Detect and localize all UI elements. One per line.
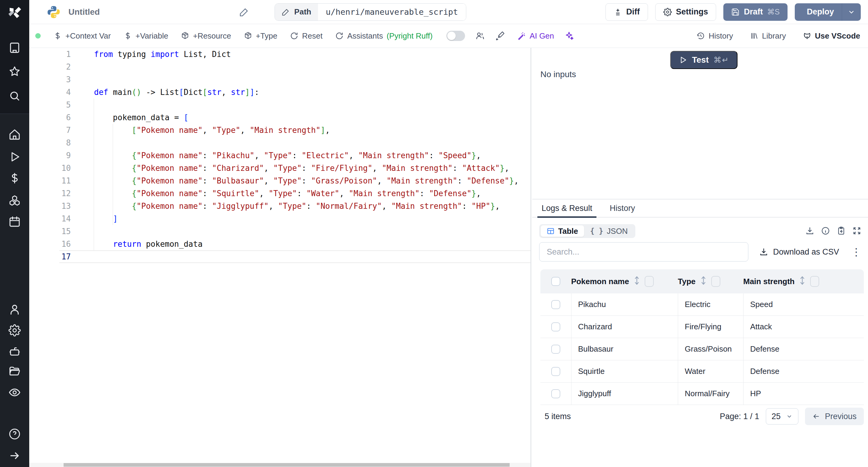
row-checkbox[interactable]: [551, 345, 560, 354]
code-line[interactable]: 8: [29, 136, 530, 149]
code-line[interactable]: 5: [29, 98, 530, 111]
table-row[interactable]: BulbasaurGrass/PoisonDefense: [540, 338, 864, 360]
code-line[interactable]: 11 {"Pokemon name": "Bulbasaur", "Type":…: [29, 175, 530, 187]
audit-eye-icon[interactable]: [8, 386, 21, 399]
assistants-button[interactable]: Assistants (Pyright Ruff): [335, 31, 433, 41]
row-checkbox[interactable]: [551, 367, 560, 376]
resources-cubes-icon[interactable]: [8, 194, 21, 207]
add-context-var-button[interactable]: +Context Var: [53, 31, 111, 41]
table-row[interactable]: PikachuElectricSpeed: [540, 293, 864, 316]
use-vscode-button[interactable]: Use VScode: [803, 31, 860, 41]
users-person-icon[interactable]: [8, 304, 21, 316]
sort-icon[interactable]: [700, 276, 707, 287]
edit-summary-pencil-icon[interactable]: [239, 7, 249, 17]
column-filter-button[interactable]: [645, 276, 654, 287]
reset-button[interactable]: Reset: [290, 31, 322, 41]
code-line[interactable]: 3: [29, 73, 530, 86]
code-line[interactable]: 1from typing import List, Dict: [29, 48, 530, 61]
draft-button[interactable]: Draft ⌘S: [723, 3, 787, 21]
copy-clipboard-icon[interactable]: [837, 226, 846, 235]
collab-toggle[interactable]: [446, 31, 465, 41]
favorites-star-icon[interactable]: [8, 65, 21, 78]
add-resource-button[interactable]: +Resource: [181, 31, 231, 41]
download-csv-button[interactable]: Download as CSV: [759, 247, 839, 257]
table-icon: [547, 227, 555, 235]
library-books-icon: [750, 32, 758, 40]
code-line[interactable]: 6 pokemon_data = [: [29, 111, 530, 124]
row-checkbox[interactable]: [551, 322, 560, 332]
page-size-select[interactable]: 25: [766, 408, 798, 425]
sparkles-icon[interactable]: [564, 31, 574, 41]
collapse-arrow-icon[interactable]: [8, 449, 21, 462]
column-filter-button[interactable]: [711, 276, 720, 287]
code-line[interactable]: 16 return pokemon_data: [29, 238, 530, 250]
column-header-pokemon-name[interactable]: Pokemon name: [571, 277, 629, 286]
multiplayer-users-icon[interactable]: [475, 31, 485, 41]
info-icon[interactable]: [821, 226, 830, 235]
expand-fullscreen-icon[interactable]: [852, 226, 861, 235]
code-line[interactable]: 10 {"Pokemon name": "Charizard", "Type":…: [29, 162, 530, 175]
line-number: 2: [29, 62, 71, 71]
code-line[interactable]: 14 ]: [29, 212, 530, 225]
code-line[interactable]: 2: [29, 61, 530, 73]
settings-gear-icon[interactable]: [8, 324, 21, 337]
column-filter-button[interactable]: [810, 276, 819, 287]
sort-icon[interactable]: [799, 276, 806, 287]
download-icon[interactable]: [805, 226, 814, 235]
windmill-logo-icon[interactable]: [7, 4, 22, 19]
row-checkbox[interactable]: [551, 389, 560, 398]
previous-page-button[interactable]: Previous: [805, 408, 864, 425]
home-icon[interactable]: [8, 128, 21, 141]
code-line[interactable]: 17: [29, 250, 530, 263]
horizontal-scrollbar[interactable]: [29, 463, 530, 467]
row-checkbox[interactable]: [551, 300, 560, 309]
help-question-icon[interactable]: [8, 428, 21, 440]
variables-dollar-icon[interactable]: [8, 172, 21, 184]
settings-button[interactable]: Settings: [655, 3, 716, 21]
search-input[interactable]: [539, 242, 748, 261]
add-variable-button[interactable]: +Variable: [124, 31, 168, 41]
workspace-icon[interactable]: [8, 41, 21, 54]
deploy-button[interactable]: Deploy: [795, 3, 842, 21]
path-value[interactable]: u/henri/maneuverable_script: [318, 4, 466, 21]
schedules-calendar-icon[interactable]: [8, 215, 21, 228]
column-header-main-strength[interactable]: Main strength: [743, 277, 795, 286]
scrollbar-thumb[interactable]: [64, 463, 510, 467]
code-line[interactable]: 4def main() -> List[Dict[str, str]]:: [29, 86, 530, 98]
history-clock-icon: [696, 32, 705, 40]
test-run-button[interactable]: Test ⌘↵: [670, 51, 738, 69]
ai-gen-button[interactable]: AI Gen: [518, 31, 554, 41]
folders-icon[interactable]: [8, 365, 21, 377]
code-line[interactable]: 12 {"Pokemon name": "Squirtle", "Type": …: [29, 187, 530, 200]
table-options-kebab-icon[interactable]: ⋮: [851, 247, 861, 257]
view-json-option[interactable]: { } JSON: [584, 225, 634, 237]
script-title[interactable]: Untitled: [68, 7, 100, 17]
table-cell: Pikachu: [571, 293, 678, 315]
format-brush-icon[interactable]: [495, 31, 505, 41]
library-button[interactable]: Library: [750, 31, 786, 41]
deploy-options-chevron[interactable]: [842, 3, 861, 21]
table-row[interactable]: SquirtleWaterDefense: [540, 360, 864, 383]
add-type-button[interactable]: +Type: [244, 31, 278, 41]
code-line[interactable]: 15: [29, 225, 530, 238]
code-line[interactable]: 13 {"Pokemon name": "Jigglypuff", "Type"…: [29, 200, 530, 212]
code-editor[interactable]: 1from typing import List, Dict234def mai…: [29, 48, 531, 467]
select-all-checkbox[interactable]: [551, 277, 560, 286]
sort-icon[interactable]: [633, 276, 641, 287]
view-table-option[interactable]: Table: [541, 225, 584, 237]
column-header-type[interactable]: Type: [678, 277, 695, 286]
table-row[interactable]: CharizardFire/FlyingAttack: [540, 316, 864, 338]
code-line[interactable]: 9 {"Pokemon name": "Pikachu", "Type": "E…: [29, 149, 530, 162]
code-text: pokemon_data = [: [94, 113, 188, 122]
history-button[interactable]: History: [696, 31, 733, 41]
code-text: ["Pokemon name", "Type", "Main strength"…: [94, 126, 330, 135]
runs-play-icon[interactable]: [8, 151, 21, 163]
tab-logs-result[interactable]: Logs & Result: [541, 199, 592, 217]
table-row[interactable]: JigglypuffNormal/FairyHP: [540, 383, 864, 405]
code-line[interactable]: 7 ["Pokemon name", "Type", "Main strengt…: [29, 124, 530, 136]
tab-history[interactable]: History: [610, 199, 635, 217]
path-field[interactable]: Path u/henri/maneuverable_script: [275, 3, 466, 21]
diff-button[interactable]: Diff: [606, 3, 648, 21]
search-icon[interactable]: [8, 90, 21, 102]
workers-robot-icon[interactable]: [8, 345, 21, 357]
